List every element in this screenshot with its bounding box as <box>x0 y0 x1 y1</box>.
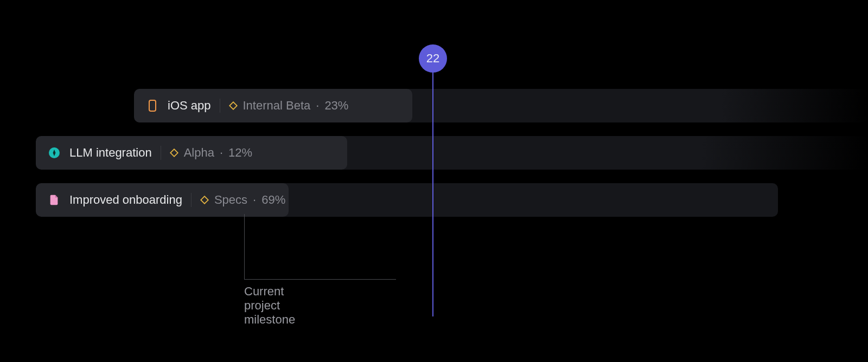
milestone-label: Internal Beta <box>243 99 311 113</box>
milestone-group: Alpha · 12% <box>170 146 252 160</box>
project-bar-content: LLM integration Alpha · 12% <box>36 136 264 170</box>
milestone-percent: 69% <box>261 193 285 207</box>
svg-rect-6 <box>201 196 208 204</box>
project-title: LLM integration <box>69 146 152 160</box>
current-date-line <box>432 73 433 316</box>
svg-rect-1 <box>229 102 237 109</box>
diamond-icon <box>229 101 238 110</box>
document-icon <box>48 193 61 206</box>
project-bar: LLM integration Alpha · 12% <box>36 136 868 170</box>
diamond-icon <box>170 148 178 157</box>
separator-dot: · <box>253 193 256 207</box>
current-date-badge: 22 <box>419 44 447 73</box>
separator-dot: · <box>220 146 223 160</box>
separator-dot: · <box>316 99 319 113</box>
callout-line-horizontal <box>244 279 396 280</box>
callout-label: Current project milestone <box>244 285 295 327</box>
project-title: iOS app <box>168 99 211 113</box>
diamond-icon <box>200 196 209 204</box>
divider <box>220 99 220 113</box>
svg-rect-5 <box>170 149 178 157</box>
milestone-label: Specs <box>214 193 247 207</box>
timeline-canvas: 22 iOS app <box>0 0 868 362</box>
project-bar: iOS app Internal Beta · 23% <box>134 89 868 122</box>
divider <box>161 146 161 160</box>
svg-rect-0 <box>149 100 156 111</box>
milestone-percent: 12% <box>228 146 252 160</box>
compass-icon <box>48 146 61 159</box>
project-title: Improved onboarding <box>69 193 182 207</box>
project-bar-content: iOS app Internal Beta · 23% <box>134 89 360 122</box>
milestone-percent: 23% <box>324 99 348 113</box>
phone-icon <box>146 99 159 112</box>
milestone-group: Internal Beta · 23% <box>229 99 349 113</box>
current-date-value: 22 <box>426 51 439 66</box>
divider <box>191 193 192 207</box>
callout-line-vertical <box>244 214 245 279</box>
milestone-label: Alpha <box>184 146 214 160</box>
current-date-marker[interactable]: 22 <box>419 44 447 316</box>
project-bar: Improved onboarding Specs · 69% <box>36 183 778 217</box>
project-bar-content: Improved onboarding Specs · 69% <box>36 183 297 217</box>
milestone-group: Specs · 69% <box>200 193 285 207</box>
svg-point-4 <box>54 152 55 153</box>
